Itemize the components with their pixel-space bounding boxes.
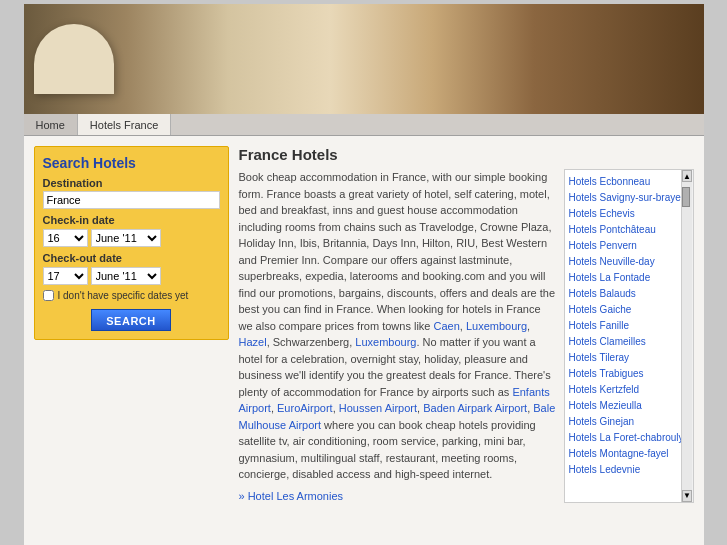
checkin-day-select[interactable]: 16 17 18 [43,229,88,247]
nav-tab-home[interactable]: Home [24,114,78,135]
link-lux2[interactable]: Luxembourg [355,336,416,348]
destination-input[interactable] [43,191,220,209]
link-airport2[interactable]: EuroAirport [277,402,333,414]
france-hotels-section: Book cheap accommodation in France, with… [239,169,694,503]
hotels-sidebar-content: Hotels EcbonneauHotels Savigny-sur-braye… [565,172,693,480]
checkout-day-select[interactable]: 17 18 19 [43,267,88,285]
hotel-link[interactable]: Hotels Mezieulla [569,398,677,414]
hotel-link[interactable]: Hotels La Foret-chabrouly [569,430,677,446]
checkin-label: Check-in date [43,214,220,226]
svg-point-5 [214,91,274,107]
svg-rect-12 [636,52,654,107]
hotel-link[interactable]: Hotels Neuville-day [569,254,677,270]
svg-point-1 [29,69,179,114]
link-airport4[interactable]: Baden Airpark Airport [423,402,527,414]
more-link[interactable]: » Hotel Les Armonies [239,490,344,502]
no-dates-label: I don't have specific dates yet [58,290,189,301]
page-wrapper: Home Hotels France Search Hotels Destina… [0,0,727,545]
hotel-link[interactable]: Hotels Tileray [569,350,677,366]
svg-rect-11 [469,52,487,107]
hotel-link[interactable]: Hotels Fanille [569,318,677,334]
hotel-link[interactable]: Hotels Ledevnie [569,462,677,478]
svg-rect-9 [359,74,389,109]
checkin-month-select[interactable]: June '11 July '11 [91,229,161,247]
svg-rect-2 [34,59,174,97]
hotel-link[interactable]: Hotels Montagne-fayel [569,446,677,462]
svg-point-8 [356,37,392,81]
hotel-link[interactable]: Hotels Clameilles [569,334,677,350]
no-dates-checkbox[interactable] [43,290,54,301]
hotel-link[interactable]: Hotels Gaiche [569,302,677,318]
france-body-text: Book cheap accommodation in France, with… [239,169,556,483]
hotel-link[interactable]: Hotels Pontchâteau [569,222,677,238]
scrollbar-thumb[interactable] [682,187,690,207]
hotel-link[interactable]: Hotels Penvern [569,238,677,254]
checkout-label: Check-out date [43,252,220,264]
svg-point-13 [484,90,644,114]
scrollbar-down[interactable]: ▼ [682,490,692,502]
hotel-link[interactable]: Hotels Balauds [569,286,677,302]
link-luxembourg[interactable]: Luxembourg [466,320,527,332]
hotel-link[interactable]: Hotels Trabigues [569,366,677,382]
checkin-date-row: 16 17 18 June '11 July '11 [43,229,220,247]
nav-tab-hotels-france[interactable]: Hotels France [78,114,171,135]
main-content: Search Hotels Destination Check-in date … [24,136,704,545]
search-title: Search Hotels [43,155,220,171]
search-button[interactable]: SEARCH [91,309,171,331]
hotel-link[interactable]: Hotels Echevis [569,206,677,222]
svg-rect-10 [474,59,654,104]
link-hazel[interactable]: Hazel [239,336,267,348]
hotel-link[interactable]: Hotels Savigny-sur-braye [569,190,677,206]
checkout-date-row: 17 18 19 June '11 July '11 [43,267,220,285]
scrollbar-track [682,182,692,490]
left-panel: Search Hotels Destination Check-in date … [34,146,229,535]
hotel-link[interactable]: Hotels Ecbonneau [569,174,677,190]
scrollbar-up[interactable]: ▲ [682,170,692,182]
no-dates-row: I don't have specific dates yet [43,290,220,301]
hotel-link[interactable]: Hotels Kertzfeld [569,382,677,398]
destination-label: Destination [43,177,220,189]
hotel-link[interactable]: Hotels La Fontade [569,270,677,286]
right-panel: France Hotels Book cheap accommodation i… [239,146,694,535]
page-title: France Hotels [239,146,694,163]
svg-rect-0 [24,4,704,114]
checkout-month-select[interactable]: June '11 July '11 [91,267,161,285]
france-description: Book cheap accommodation in France, with… [239,169,556,503]
svg-rect-4 [149,54,169,99]
search-box: Search Hotels Destination Check-in date … [34,146,229,340]
hotel-link[interactable]: Hotels Ginejan [569,414,677,430]
svg-rect-6 [239,64,249,99]
link-caen[interactable]: Caen [434,320,460,332]
scrollbar: ▲ ▼ [681,170,693,502]
hotels-sidebar: Hotels EcbonneauHotels Savigny-sur-braye… [564,169,694,503]
hero-image [24,4,704,114]
svg-rect-7 [304,4,404,114]
nav-bar: Home Hotels France [24,114,704,136]
link-airport3[interactable]: Houssen Airport [339,402,417,414]
svg-rect-3 [29,54,49,99]
